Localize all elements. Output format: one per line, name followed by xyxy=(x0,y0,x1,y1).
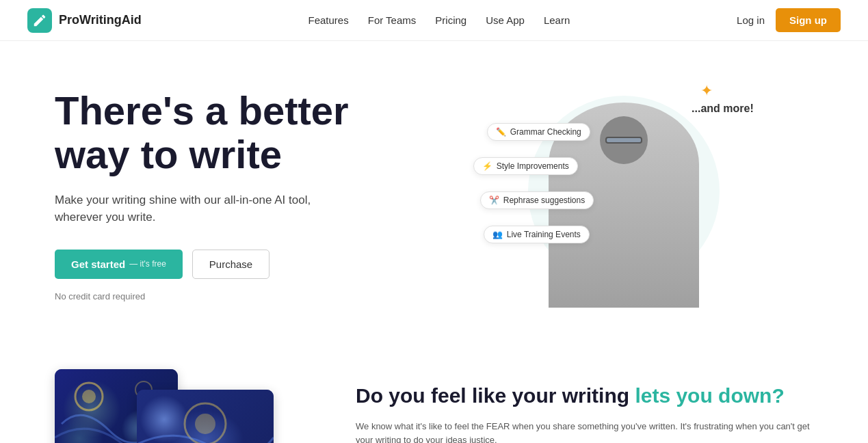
training-icon: 👥 xyxy=(492,230,503,239)
feature-tag-training: 👥 Live Training Events xyxy=(484,226,590,243)
and-more-label: ...and more! xyxy=(692,103,754,115)
purchase-button[interactable]: Purchase xyxy=(192,250,269,279)
section2-title: Do you feel like your writing lets you d… xyxy=(356,383,813,409)
style-icon: ⚡ xyxy=(482,161,492,171)
nav-features[interactable]: Features xyxy=(308,14,349,26)
feature-tag-grammar: ✏️ Grammar Checking xyxy=(487,123,590,141)
nav-links: Features For Teams Pricing Use App Learn xyxy=(308,14,570,27)
hero-cta: Get started — it's free Purchase xyxy=(55,250,434,279)
logo-text: ProWritingAid xyxy=(59,13,142,27)
navigation: ProWritingAid Features For Teams Pricing… xyxy=(0,0,868,41)
login-button[interactable]: Log in xyxy=(737,14,765,26)
grammar-icon: ✏️ xyxy=(496,127,506,137)
hero-left: There's a better way to write Make your … xyxy=(55,82,434,301)
section2-left: My idea in my head xyxy=(55,369,315,443)
hero-subtitle: Make your writing shine with our all-in-… xyxy=(55,191,328,226)
feature-tag-style: ⚡ Style Improvements xyxy=(473,157,578,175)
no-credit-text: No credit card required xyxy=(55,291,434,301)
feature-tag-rephrase: ✂️ Rephrase suggestions xyxy=(480,191,594,209)
nav-use-app[interactable]: Use App xyxy=(486,14,525,26)
nav-for-teams[interactable]: For Teams xyxy=(368,14,417,26)
section2-right: Do you feel like your writing lets you d… xyxy=(356,369,813,443)
section2-text: We know what it's like to feel the FEAR … xyxy=(356,420,813,444)
sparkle-icon: ✦ xyxy=(700,82,713,100)
hero-illustration: ...and more! ✦ ✏️ Grammar Checking xyxy=(494,82,754,308)
nav-pricing[interactable]: Pricing xyxy=(435,14,466,26)
hero-section: There's a better way to write Make your … xyxy=(0,41,868,349)
nav-learn[interactable]: Learn xyxy=(544,14,570,26)
svg-point-5 xyxy=(195,414,215,434)
rephrase-icon: ✂️ xyxy=(489,196,499,205)
signup-button[interactable]: Sign up xyxy=(776,8,841,32)
hero-right: ...and more! ✦ ✏️ Grammar Checking xyxy=(434,82,814,321)
card-front-pattern: My idea in my head xyxy=(137,390,274,443)
starry-cards: My idea in my head xyxy=(55,369,301,443)
svg-point-1 xyxy=(82,390,96,403)
section2: My idea in my head Do you feel like your… xyxy=(0,349,868,443)
logo-link[interactable]: ProWritingAid xyxy=(27,8,142,33)
nav-actions: Log in Sign up xyxy=(737,8,841,32)
card-front: My idea in my head xyxy=(137,390,274,443)
logo-icon xyxy=(27,8,52,33)
get-started-button[interactable]: Get started — it's free xyxy=(55,250,183,279)
hero-title: There's a better way to write xyxy=(55,89,434,176)
